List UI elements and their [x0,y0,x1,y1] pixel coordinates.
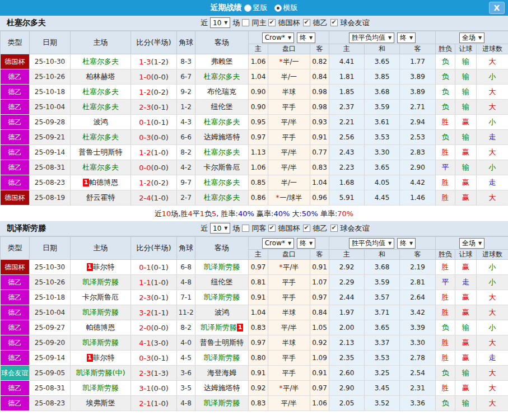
odds-group-header: Crow* 终 [249,237,329,250]
home-team-cell: 凯泽斯劳滕 [71,275,131,290]
final-avg-select[interactable]: 终 [397,238,416,249]
avg-draw-cell: 3.53 [365,130,400,145]
close-icon[interactable]: X [489,2,505,14]
matches-table-2: 类型 日期 主场 比分(半场) 角球 客场 Crow* 终 胜平负均值 终 [0,236,508,411]
radio-circle-icon[interactable] [244,4,251,12]
radio-vertical-label: 竖版 [253,3,268,13]
competition-cell: 德乙 [1,320,30,335]
wdl-result-cell: 胜 [436,351,455,366]
comp-cup-checkbox[interactable] [268,225,276,232]
handicap-cell: 平手 [268,275,310,290]
home-team-cell: 1菲尔特 [71,260,131,275]
match-row: 德乙25-08-31凯泽斯劳滕3-1(0-0)3-5达姆施塔特0.92*平/半0… [1,381,508,396]
avg-home-cell: 2.90 [329,381,365,396]
handicap-cell: 半/一 [268,175,310,190]
wdl-avg-select[interactable]: 胜平负均值 [349,32,394,43]
same-venue-checkbox[interactable] [242,19,249,26]
wdl-result-cell: 负 [436,320,455,335]
comp-cup-checkbox[interactable] [268,19,276,26]
handicap-result-cell: 赢 [455,290,477,305]
final-avg-select[interactable]: 终 [397,32,416,43]
handicap-result-cell: 输 [455,366,477,381]
away-team-cell: 凯泽斯劳滕 [195,396,249,411]
goals-result-cell: 大 [477,54,508,69]
away-odds-cell: 0.91 [310,260,329,275]
goals-result-cell: 大 [477,100,508,115]
competition-cell: 德国杯 [1,260,30,275]
date-cell: 25-08-31 [30,381,71,396]
match-count-select[interactable]: 10 [210,17,230,28]
corner-cell: 4-3 [177,115,195,130]
handicap-cell: *半/一 [268,54,310,69]
col-away: 客场 [195,237,249,260]
titlebar: 近期战绩 竖版 横版 X [0,0,508,16]
bookmaker-select[interactable]: Crow* [262,238,294,249]
score-cell: 0-1(0-1) [131,115,177,130]
avg-home-cell: 2.29 [329,275,365,290]
final-odds-select[interactable]: 终 [297,238,315,249]
comp-league2-checkbox[interactable] [303,19,310,26]
wdl-result-cell: 胜 [436,115,455,130]
date-cell: 25-09-21 [30,130,71,145]
col-date: 日期 [30,31,71,54]
recent-results-panel: 近期战绩 竖版 横版 X 杜塞尔多夫 近 10 场 同主 德国杯 德乙 [0,0,508,420]
date-cell: 25-10-04 [30,100,71,115]
final-odds-select[interactable]: 终 [297,32,315,43]
avg-draw-cell: 3.30 [365,145,400,160]
handicap-result-cell: 赢 [455,190,477,206]
full-match-select[interactable]: 全场 [459,32,484,43]
comp-friendly-checkbox[interactable] [330,19,338,26]
home-odds-cell: 0.90 [249,85,268,100]
avg-home-cell: 2.37 [329,100,365,115]
bookmaker-select[interactable]: Crow* [262,32,294,43]
avg-home-cell: 2.05 [329,396,365,411]
goals-result-cell: 小 [477,160,508,175]
away-team-cell: 普鲁士明斯特 [195,335,249,351]
asterisk-marker: * [279,384,282,392]
corner-cell: 11-2 [177,305,195,320]
score-cell: 2-3(1-3) [131,366,177,381]
goals-result-cell: 大 [477,85,508,100]
same-venue-checkbox[interactable] [242,225,249,232]
away-odds-cell: 0.97 [310,381,329,396]
comp-cup-label: 德国杯 [278,18,300,28]
rank-1-badge: 1 [87,263,93,271]
result-group-header: 全场 [436,237,508,250]
home-team-cell: 凯泽斯劳滕 [71,305,131,320]
handicap-cell: *平/半 [268,260,310,275]
asterisk-marker: * [276,194,279,202]
home-odds-cell: 0.83 [249,320,268,335]
comp-friendly-checkbox[interactable] [330,225,338,232]
avg-away-cell: 3.89 [400,69,436,85]
avg-away-cell: 2.71 [400,100,436,115]
handicap-result-cell: 输 [455,69,477,85]
score-cell: 0-3(0-0) [131,130,177,145]
away-team-cell: 杜塞尔多夫 [195,175,249,190]
away-odds-cell: 0.84 [310,69,329,85]
corner-cell: 6-6 [177,130,195,145]
avg-away-cell: 2.19 [400,260,436,275]
competition-cell: 德乙 [1,275,30,290]
handicap-result-cell: 赢 [455,175,477,190]
radio-horizontal[interactable]: 横版 [274,3,298,13]
home-odds-cell: 1.13 [249,145,268,160]
date-cell: 25-09-28 [30,115,71,130]
home-odds-cell: 1.06 [249,54,268,69]
col-type: 类型 [1,31,30,54]
radio-vertical[interactable]: 竖版 [244,3,268,13]
match-count-select[interactable]: 10 [210,223,230,234]
score-cell: 3-2(1-1) [131,305,177,320]
handicap-cell: 平手 [268,290,310,305]
panel-title: 近期战绩 [211,3,242,13]
full-match-select[interactable]: 全场 [459,238,484,249]
team-title: 凯泽斯劳滕 [7,223,46,234]
comp-league2-checkbox[interactable] [303,225,310,232]
goals-result-cell: 大 [477,335,508,351]
filter-bar: 近 10 场 同主 德国杯 德乙 球会友谊 [201,17,370,28]
radio-circle-checked-icon[interactable] [274,4,282,12]
wdl-avg-select[interactable]: 胜平负均值 [349,238,394,249]
avg-away-cell: 2.94 [400,115,436,130]
goals-result-cell: 走 [477,175,508,190]
score-cell: 2-3(0-1) [131,290,177,305]
match-row: 德乙25-09-20凯泽斯劳滕4-1(3-0)4-0普鲁士明斯特0.97半球0.… [1,335,508,351]
